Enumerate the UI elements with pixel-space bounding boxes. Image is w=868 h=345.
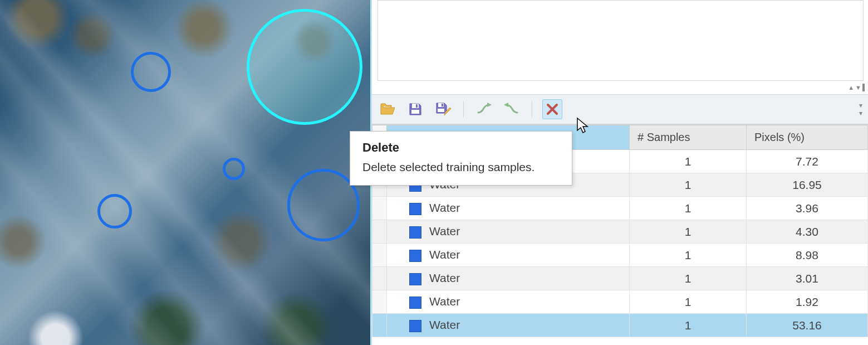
merge-icon: [476, 103, 492, 116]
save-edit-icon: [435, 102, 451, 116]
class-swatch: [409, 273, 421, 285]
samples-cell: 1: [630, 290, 747, 314]
svg-rect-2: [411, 110, 419, 114]
table-row[interactable]: Water14.30: [372, 220, 868, 244]
pixels-cell: 16.95: [747, 173, 868, 197]
column-header-samples[interactable]: # Samples: [630, 125, 747, 150]
samples-cell: 1: [630, 150, 747, 173]
column-header-pixels[interactable]: Pixels (%): [747, 125, 868, 150]
tooltip-description: Delete selected training samples.: [362, 161, 560, 174]
row-handle[interactable]: [372, 220, 387, 244]
open-button[interactable]: [377, 99, 398, 119]
delete-button[interactable]: [542, 99, 562, 119]
class-cell[interactable]: Water: [387, 314, 630, 337]
row-handle[interactable]: [372, 244, 387, 267]
samples-cell: 1: [630, 244, 747, 267]
split-icon: [504, 103, 519, 116]
save-button[interactable]: [405, 99, 425, 119]
tooltip: Delete Delete selected training samples.: [350, 131, 572, 186]
pixels-cell: 8.98: [747, 244, 868, 267]
save-icon: [409, 103, 422, 116]
row-handle[interactable]: [372, 290, 387, 314]
pixels-cell: 3.96: [747, 197, 868, 220]
save-edit-button[interactable]: [433, 99, 453, 119]
close-icon: [546, 103, 558, 115]
table-row[interactable]: Water153.16: [372, 314, 868, 337]
class-swatch: [409, 250, 421, 262]
folder-open-icon: [380, 103, 395, 115]
pixels-cell: 53.16: [747, 314, 868, 337]
svg-rect-4: [442, 104, 443, 106]
class-cell[interactable]: Water: [387, 244, 630, 267]
class-cell[interactable]: Water: [387, 197, 630, 220]
row-handle[interactable]: [372, 314, 387, 337]
class-swatch: [409, 226, 421, 239]
class-swatch: [409, 320, 421, 332]
table-row[interactable]: Water13.01: [372, 267, 868, 290]
preview-area: [377, 0, 864, 81]
samples-cell: 1: [630, 220, 747, 244]
panel-collapse-controls[interactable]: ▲ ▼: [372, 81, 868, 94]
svg-rect-0: [412, 104, 419, 108]
row-handle[interactable]: [372, 197, 387, 220]
tooltip-title: Delete: [362, 140, 560, 155]
training-sample[interactable]: [131, 52, 171, 92]
class-label: Water: [429, 295, 460, 308]
toolbar-options-icon[interactable]: ▾▾: [859, 101, 861, 117]
class-swatch: [409, 203, 421, 215]
training-sample[interactable]: [223, 158, 245, 180]
class-label: Water: [429, 201, 460, 214]
class-label: Water: [429, 271, 460, 284]
training-sample[interactable]: [287, 169, 360, 241]
class-label: Water: [429, 225, 460, 237]
class-cell[interactable]: Water: [387, 267, 630, 290]
samples-toolbar: ▾▾: [372, 94, 868, 124]
svg-rect-1: [416, 104, 418, 108]
map-view[interactable]: [0, 0, 370, 345]
class-cell[interactable]: Water: [387, 220, 630, 244]
samples-cell: 1: [630, 173, 747, 197]
training-sample-selected[interactable]: [247, 9, 362, 125]
class-label: Water: [429, 318, 460, 331]
row-handle[interactable]: [372, 267, 387, 290]
pixels-cell: 4.30: [747, 220, 868, 244]
samples-cell: 1: [630, 314, 747, 337]
table-row[interactable]: Water13.96: [372, 197, 868, 220]
svg-rect-5: [438, 109, 444, 112]
split-button[interactable]: [502, 99, 522, 119]
merge-button[interactable]: [474, 99, 494, 119]
class-swatch: [409, 297, 421, 309]
pixels-cell: 7.72: [747, 150, 868, 173]
pixels-cell: 3.01: [747, 267, 868, 290]
class-cell[interactable]: Water: [387, 290, 630, 314]
toolbar-separator: [463, 101, 464, 118]
collapse-down-icon[interactable]: ▼: [855, 84, 861, 91]
class-label: Water: [429, 248, 460, 261]
collapse-up-icon[interactable]: ▲: [848, 84, 854, 91]
samples-cell: 1: [630, 267, 747, 290]
training-sample[interactable]: [97, 194, 132, 229]
table-row[interactable]: Water18.98: [372, 244, 868, 267]
toolbar-separator: [532, 101, 532, 118]
table-row[interactable]: Water11.92: [372, 290, 868, 314]
panel-handle-icon[interactable]: [862, 84, 865, 91]
pixels-cell: 1.92: [747, 290, 868, 314]
samples-cell: 1: [630, 197, 747, 220]
